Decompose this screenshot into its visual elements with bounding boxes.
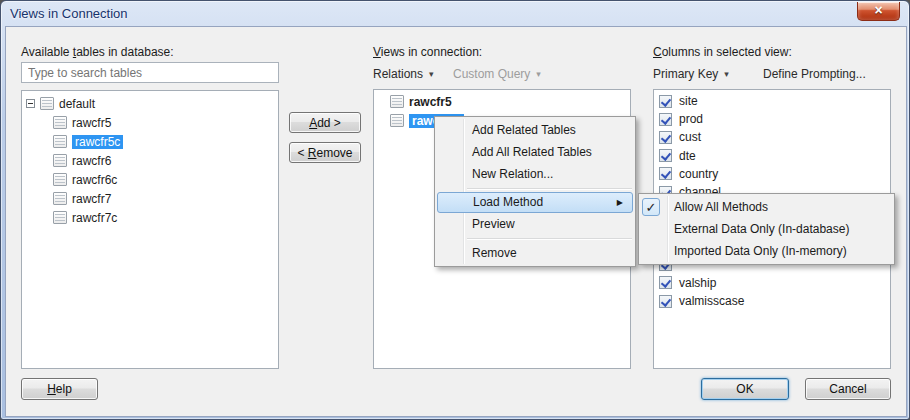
checkbox-checked-icon[interactable] (659, 276, 672, 289)
submenu-item-external-data-only[interactable]: External Data Only (In-database) (639, 218, 894, 240)
menu-item-new-relation[interactable]: New Relation... (435, 163, 635, 185)
table-icon (53, 192, 67, 205)
chevron-down-icon: ▾ (724, 70, 729, 79)
table-icon (390, 114, 404, 127)
views-in-connection-dialog: Views in Connection × Available tables i… (0, 0, 910, 420)
collapse-expander-icon[interactable] (26, 99, 35, 108)
column-label: valmisscase (679, 294, 744, 308)
column-row-site[interactable]: site (654, 92, 890, 110)
tree-node-rawcfr7c[interactable]: rawcfr7c (22, 208, 278, 227)
column-row-country[interactable]: country (654, 165, 890, 183)
submenu-item-allow-all-methods[interactable]: ✓ Allow All Methods (639, 196, 894, 218)
menu-separator (467, 188, 632, 189)
ok-button[interactable]: OK (701, 378, 789, 400)
menu-item-add-all-related-tables[interactable]: Add All Related Tables (435, 141, 635, 163)
menu-checkmark-icon: ✓ (642, 198, 660, 216)
table-icon (53, 135, 67, 148)
tree-node-rawcfr5[interactable]: rawcfr5 (22, 113, 278, 132)
tree-node-rawcfr6[interactable]: rawcfr6 (22, 151, 278, 170)
column-row-dte[interactable]: dte (654, 147, 890, 165)
column-row-valship[interactable]: valship (654, 274, 890, 292)
submenu-arrow-icon: ▶ (617, 193, 623, 212)
primary-key-menu-button[interactable]: Primary Key ▾ (653, 65, 729, 83)
tree-node-rawcfr7[interactable]: rawcfr7 (22, 189, 278, 208)
available-tables-label: Available tables in database: (21, 45, 174, 60)
menu-item-load-method[interactable]: Load Method ▶ (437, 192, 633, 213)
checkbox-checked-icon[interactable] (659, 167, 672, 180)
add-button[interactable]: Add > (289, 112, 361, 133)
column-label: valship (679, 276, 716, 290)
tree-node-label: rawcfr6 (72, 154, 111, 168)
search-tables-input[interactable] (21, 62, 279, 83)
checkbox-checked-icon[interactable] (659, 295, 672, 308)
available-tables-tree[interactable]: default rawcfr5 rawcfr5c rawcfr6 rawcfr6… (21, 90, 279, 369)
tree-node-label: rawcfr7 (72, 192, 111, 206)
column-label: country (679, 167, 718, 181)
window-frame: Views in Connection × Available tables i… (0, 0, 910, 420)
tree-node-label-selected: rawcfr5c (72, 135, 123, 149)
help-button[interactable]: Help (21, 378, 98, 400)
column-row-cust[interactable]: cust (654, 128, 890, 146)
checkbox-checked-icon[interactable] (659, 131, 672, 144)
define-prompting-button[interactable]: Define Prompting... (763, 65, 866, 83)
tree-node-label: rawcfr5 (72, 116, 111, 130)
columns-label: Columns in selected view: (653, 45, 792, 60)
table-icon (53, 211, 67, 224)
checkbox-checked-icon[interactable] (659, 95, 672, 108)
column-label: prod (679, 112, 703, 126)
checkbox-checked-icon[interactable] (659, 113, 672, 126)
tree-node-default[interactable]: default (22, 94, 278, 113)
table-icon (390, 95, 404, 108)
window-title: Views in Connection (10, 6, 128, 21)
load-method-submenu: ✓ Allow All Methods External Data Only (… (638, 193, 895, 265)
chevron-down-icon: ▾ (429, 70, 434, 79)
tree-node-label: rawcfr7c (72, 211, 117, 225)
chevron-down-icon: ▾ (536, 70, 541, 79)
menu-item-remove[interactable]: Remove (435, 242, 635, 264)
remove-button[interactable]: < Remove (289, 142, 361, 163)
checkbox-checked-icon[interactable] (659, 149, 672, 162)
table-icon (53, 173, 67, 186)
table-icon (53, 116, 67, 129)
view-item-rawcfr5[interactable]: rawcfr5 (374, 92, 630, 111)
column-row-prod[interactable]: prod (654, 110, 890, 128)
close-icon: × (874, 2, 882, 18)
relations-menu-button[interactable]: Relations ▾ (373, 65, 434, 83)
context-menu: Add Related Tables Add All Related Table… (434, 116, 636, 267)
view-item-label: rawcfr5 (409, 95, 452, 109)
cancel-button[interactable]: Cancel (805, 378, 891, 400)
submenu-item-imported-data-only[interactable]: Imported Data Only (In-memory) (639, 240, 894, 262)
table-icon (40, 97, 54, 110)
tree-node-rawcfr6c[interactable]: rawcfr6c (22, 170, 278, 189)
column-row-valmisscase[interactable]: valmisscase (654, 292, 890, 310)
column-label: dte (679, 149, 696, 163)
views-in-connection-label: Views in connection: (373, 45, 482, 60)
menu-item-preview[interactable]: Preview (435, 213, 635, 235)
column-label: site (679, 94, 698, 108)
table-icon (53, 154, 67, 167)
column-label: cust (679, 130, 701, 144)
tree-node-label: rawcfr6c (72, 173, 117, 187)
custom-query-menu-button: Custom Query ▾ (453, 65, 541, 83)
tree-node-label: default (59, 97, 95, 111)
tree-node-rawcfr5c[interactable]: rawcfr5c (22, 132, 278, 151)
menu-separator (467, 238, 632, 239)
menu-item-add-related-tables[interactable]: Add Related Tables (435, 119, 635, 141)
close-button[interactable]: × (857, 2, 900, 21)
